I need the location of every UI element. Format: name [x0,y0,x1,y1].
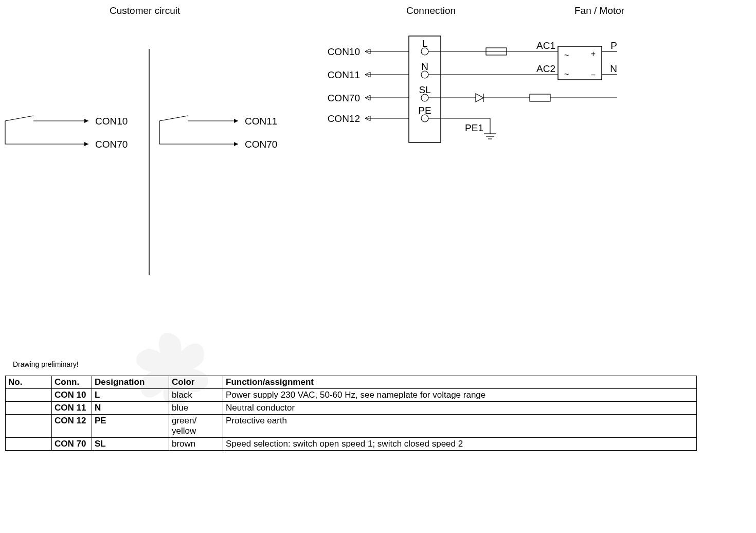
svg-text:P: P [610,40,617,51]
svg-text:CON10: CON10 [95,116,128,127]
svg-text:CON11: CON11 [328,69,360,80]
svg-text:SL: SL [419,84,430,95]
col-func: Function/assignment [223,376,697,389]
svg-text:N: N [610,63,617,74]
svg-text:CON12: CON12 [328,113,360,124]
col-desig: Designation [92,376,169,389]
preliminary-note: Drawing preliminary! [13,360,79,368]
svg-point-62 [167,365,177,376]
svg-marker-9 [234,119,238,123]
svg-text:N: N [421,61,428,72]
svg-text:AC1: AC1 [536,40,555,51]
svg-point-16 [421,94,428,101]
col-color: Color [169,376,223,389]
wiring-diagram: CON10 CON70 CON11 CON70 L N SL PE CON10 … [0,28,643,286]
table-row: CON 12 PE green/ yellow Protective earth [6,415,697,438]
svg-text:CON70: CON70 [328,93,360,103]
connection-table: No. Conn. Designation Color Function/ass… [5,376,697,451]
svg-point-14 [421,48,428,55]
svg-text:CON70: CON70 [95,139,128,150]
table-row: CON 11 N blue Neutral conductor [6,402,697,415]
svg-marker-10 [234,142,238,146]
table-row: CON 10 L black Power supply 230 VAC, 50-… [6,389,697,402]
svg-text:~: ~ [564,70,569,79]
svg-point-15 [421,71,428,78]
svg-text:PE: PE [418,105,431,116]
svg-text:AC2: AC2 [536,63,555,74]
svg-line-7 [159,116,188,121]
svg-text:L: L [422,38,428,49]
svg-text:CON70: CON70 [245,139,277,150]
svg-marker-51 [476,94,483,102]
table-header-row: No. Conn. Designation Color Function/ass… [6,376,697,389]
svg-line-1 [5,116,33,121]
heading-connection: Connection [406,5,456,16]
col-no: No. [6,376,52,389]
svg-marker-4 [84,142,88,146]
col-conn: Conn. [52,376,92,389]
svg-text:~: ~ [564,51,569,60]
svg-text:CON10: CON10 [328,46,360,57]
svg-text:PE1: PE1 [465,122,483,133]
svg-text:+: + [591,49,596,58]
heading-customer-circuit: Customer circuit [110,5,180,16]
svg-rect-54 [530,94,550,101]
svg-point-17 [421,115,428,122]
svg-text:−: − [591,70,596,79]
table-row: CON 70 SL brown Speed selection: switch … [6,438,697,451]
svg-text:CON11: CON11 [245,116,277,127]
heading-fan-motor: Fan / Motor [574,5,624,16]
svg-marker-3 [84,119,88,123]
